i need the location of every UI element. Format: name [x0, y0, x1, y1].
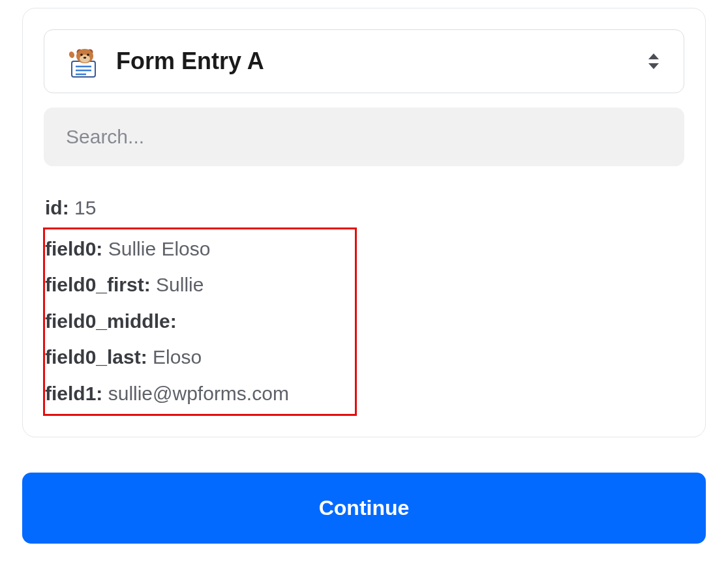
mascot-icon [67, 44, 100, 78]
field-value: Sullie [151, 274, 204, 295]
form-selector[interactable]: Form Entry A [44, 29, 684, 93]
search-input[interactable] [66, 126, 662, 148]
svg-point-9 [87, 53, 89, 56]
field-row-field1: field1: sullie@wpforms.com [45, 375, 355, 412]
search-box [44, 108, 684, 166]
field-key: field1: [45, 383, 102, 404]
field-row-id: id: 15 [45, 190, 684, 226]
field-value: 15 [69, 197, 97, 218]
field-row-field0-middle: field0_middle: [45, 303, 355, 340]
field-key: field0_first: [45, 274, 151, 295]
field-value: Eloso [147, 346, 202, 368]
field-row-field0-last: field0_last: Eloso [45, 339, 355, 375]
form-selector-left: Form Entry A [67, 44, 264, 78]
field-key: field0_last: [45, 346, 147, 368]
continue-button[interactable]: Continue [22, 473, 706, 544]
fields-area: id: 15 field0: Sullie Eloso field0_first… [44, 190, 684, 416]
field-row-field0-first: field0_first: Sullie [45, 267, 355, 303]
form-selector-title: Form Entry A [116, 48, 264, 75]
field-key: field0: [45, 238, 102, 259]
field-key: field0_middle: [45, 310, 177, 332]
svg-point-11 [68, 51, 76, 59]
highlight-box: field0: Sullie Eloso field0_first: Sulli… [43, 227, 357, 417]
svg-point-8 [80, 53, 83, 56]
svg-point-10 [83, 57, 86, 59]
field-row-field0: field0: Sullie Eloso [45, 231, 355, 267]
field-value: Sullie Eloso [102, 238, 210, 259]
form-entry-card: Form Entry A id: 15 field0: Sullie Eloso… [22, 8, 706, 437]
field-value: sullie@wpforms.com [102, 383, 289, 404]
field-key: id: [45, 197, 69, 218]
sort-icon [646, 51, 661, 72]
